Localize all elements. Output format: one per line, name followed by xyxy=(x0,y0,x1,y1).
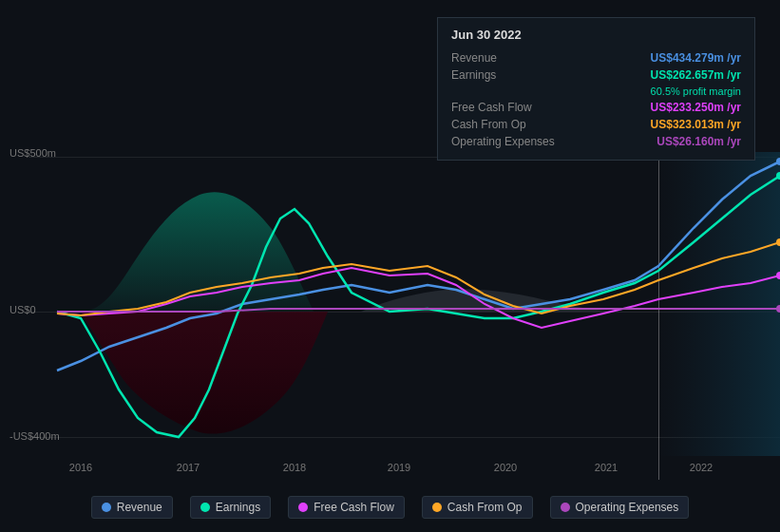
negative-area-fill xyxy=(81,312,328,434)
tooltip-profit-margin: 60.5% profit margin xyxy=(651,86,741,97)
legend-revenue: Revenue xyxy=(91,496,173,519)
x-label-2018: 2018 xyxy=(283,462,306,473)
x-label-2020: 2020 xyxy=(494,462,517,473)
tooltip-row-earnings: Earnings US$262.657m /yr xyxy=(451,66,741,84)
tooltip-label-cashfromop: Cash From Op xyxy=(451,118,575,131)
tooltip-value-fcf: US$233.250m /yr xyxy=(651,101,741,114)
tooltip-value-cashfromop: US$323.013m /yr xyxy=(651,118,741,131)
legend-dot-cashfromop xyxy=(432,503,442,512)
x-label-2021: 2021 xyxy=(595,462,618,473)
tooltip-value-opex: US$26.160m /yr xyxy=(656,135,741,148)
legend-cashfromop: Cash From Op xyxy=(422,496,533,519)
tooltip-row-cashfromop: Cash From Op US$323.013m /yr xyxy=(451,116,741,133)
tooltip-label-fcf: Free Cash Flow xyxy=(451,101,575,114)
chart-svg xyxy=(29,152,780,456)
legend-opex: Operating Expenses xyxy=(550,496,690,519)
legend-label-revenue: Revenue xyxy=(117,501,162,514)
tooltip-row-revenue: Revenue US$434.279m /yr xyxy=(451,49,741,66)
legend-label-earnings: Earnings xyxy=(216,501,260,514)
x-label-2019: 2019 xyxy=(388,462,410,473)
legend-dot-revenue xyxy=(102,503,111,512)
legend-dot-fcf xyxy=(298,503,308,512)
tooltip-label-revenue: Revenue xyxy=(451,51,575,65)
tooltip-value-revenue: US$434.279m /yr xyxy=(651,51,741,65)
legend-label-fcf: Free Cash Flow xyxy=(314,501,394,514)
legend-earnings: Earnings xyxy=(190,496,271,519)
legend-dot-opex xyxy=(561,503,570,512)
legend: Revenue Earnings Free Cash Flow Cash Fro… xyxy=(0,496,780,519)
tooltip-row-opex: Operating Expenses US$26.160m /yr xyxy=(451,133,741,150)
tooltip-box: Jun 30 2022 Revenue US$434.279m /yr Earn… xyxy=(437,17,755,161)
right-highlight xyxy=(658,152,780,456)
legend-fcf: Free Cash Flow xyxy=(288,496,405,519)
legend-label-opex: Operating Expenses xyxy=(576,501,679,514)
chart-container: Jun 30 2022 Revenue US$434.279m /yr Earn… xyxy=(0,0,780,532)
x-label-2022: 2022 xyxy=(690,462,713,473)
legend-label-cashfromop: Cash From Op xyxy=(447,501,523,514)
tooltip-row-earnings-margin: 60.5% profit margin xyxy=(451,84,741,99)
earnings-fill-positive xyxy=(81,192,314,312)
tooltip-label-opex: Operating Expenses xyxy=(451,135,575,148)
legend-dot-earnings xyxy=(200,503,210,512)
x-label-2016: 2016 xyxy=(69,462,92,473)
tooltip-value-earnings: US$262.657m /yr xyxy=(651,68,741,82)
x-label-2017: 2017 xyxy=(177,462,200,473)
tooltip-date: Jun 30 2022 xyxy=(451,28,741,42)
tooltip-row-fcf: Free Cash Flow US$233.250m /yr xyxy=(451,99,741,116)
tooltip-label-earnings: Earnings xyxy=(451,68,575,82)
